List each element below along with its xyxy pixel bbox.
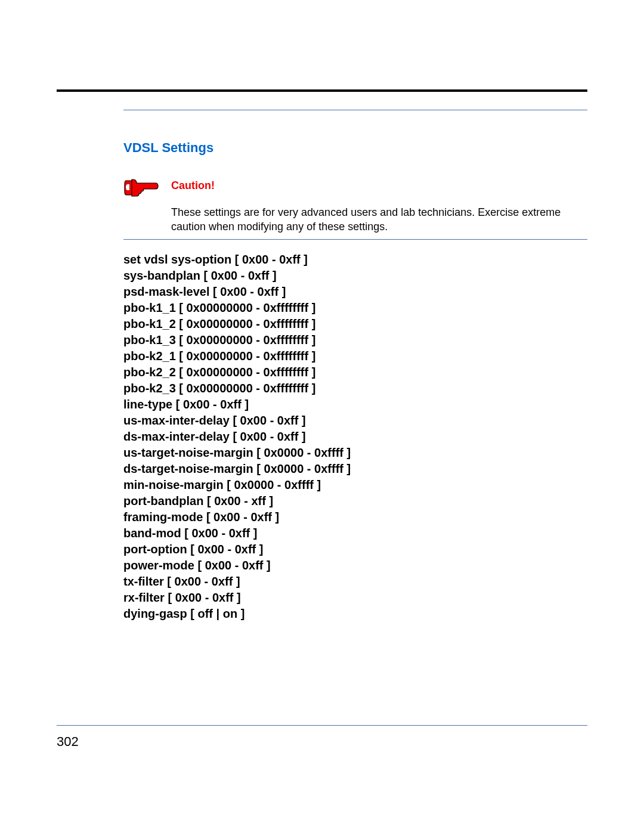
command-line: tx-filter [ 0x00 - 0xff ] (123, 574, 587, 590)
caution-rule (123, 239, 587, 240)
caution-label: Caution! (171, 179, 575, 192)
caution-content: Caution! These settings are for very adv… (171, 179, 587, 234)
command-line: power-mode [ 0x00 - 0xff ] (123, 558, 587, 574)
caution-block: Caution! These settings are for very adv… (123, 179, 587, 234)
command-line: min-noise-margin [ 0x0000 - 0xffff ] (123, 477, 587, 493)
command-line: framing-mode [ 0x00 - 0xff ] (123, 509, 587, 525)
section-title: VDSL Settings (123, 140, 587, 156)
command-line: line-type [ 0x00 - 0xff ] (123, 397, 587, 413)
command-line: pbo-k1_1 [ 0x00000000 - 0xffffffff ] (123, 300, 587, 316)
command-line: sys-bandplan [ 0x00 - 0xff ] (123, 268, 587, 284)
command-line: us-max-inter-delay [ 0x00 - 0xff ] (123, 413, 587, 429)
command-line: pbo-k1_2 [ 0x00000000 - 0xffffffff ] (123, 316, 587, 332)
pointing-hand-icon (123, 175, 159, 202)
command-line: pbo-k2_2 [ 0x00000000 - 0xffffffff ] (123, 364, 587, 380)
command-line: rx-filter [ 0x00 - 0xff ] (123, 590, 587, 606)
command-list: set vdsl sys-option [ 0x00 - 0xff ]sys-b… (123, 252, 587, 622)
command-line: us-target-noise-margin [ 0x0000 - 0xffff… (123, 445, 587, 461)
header-rule-thick (57, 89, 587, 92)
command-line: band-mod [ 0x00 - 0xff ] (123, 525, 587, 541)
command-line: ds-target-noise-margin [ 0x0000 - 0xffff… (123, 461, 587, 477)
command-line: set vdsl sys-option [ 0x00 - 0xff ] (123, 252, 587, 268)
command-line: psd-mask-level [ 0x00 - 0xff ] (123, 284, 587, 300)
caution-text: These settings are for very advanced use… (171, 205, 575, 234)
page-number: 302 (57, 734, 79, 750)
command-line: pbo-k2_1 [ 0x00000000 - 0xffffffff ] (123, 348, 587, 364)
header-rule-thin (123, 110, 587, 110)
command-line: port-option [ 0x00 - 0xff ] (123, 541, 587, 558)
command-line: ds-max-inter-delay [ 0x00 - 0xff ] (123, 429, 587, 445)
footer-rule (57, 725, 587, 726)
command-line: dying-gasp [ off | on ] (123, 606, 587, 622)
document-page: VDSL Settings Caution! These settings ar… (0, 0, 644, 622)
command-line: pbo-k2_3 [ 0x00000000 - 0xffffffff ] (123, 380, 587, 397)
command-line: pbo-k1_3 [ 0x00000000 - 0xffffffff ] (123, 332, 587, 348)
command-line: port-bandplan [ 0x00 - xff ] (123, 493, 587, 509)
